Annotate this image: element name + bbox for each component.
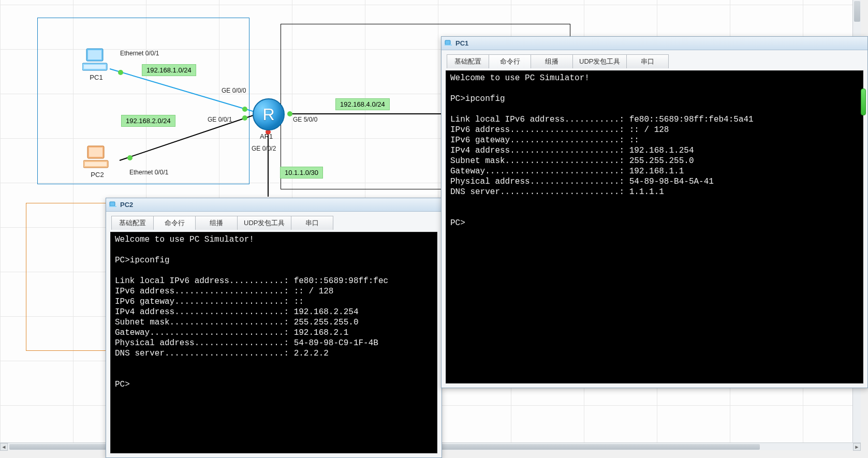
svg-rect-13	[84, 65, 106, 69]
tabbar-pc1: 基础配置 命令行 组播 UDP发包工具 串口	[442, 50, 867, 68]
tab-serial[interactable]: 串口	[291, 216, 333, 230]
title-text-pc1: PC1	[455, 39, 468, 47]
device-router-ar1[interactable]	[253, 98, 285, 130]
svg-rect-21	[445, 45, 452, 46]
tab-mcast[interactable]: 组播	[531, 54, 573, 68]
titlebar-pc2[interactable]: PC2	[106, 198, 442, 212]
pc-icon	[82, 48, 110, 72]
subnet-badge-2: 192.168.2.0/24	[121, 115, 175, 127]
port-label-ge500: GE 5/0/0	[293, 116, 317, 123]
svg-rect-18	[110, 202, 115, 206]
subnet-badge-p2p: 10.1.1.0/30	[280, 167, 323, 179]
port-label-ge002: GE 0/0/2	[252, 145, 276, 152]
tab-udp[interactable]: UDP发包工具	[237, 216, 291, 230]
window-icon	[445, 39, 453, 48]
tabbar-pc2: 基础配置 命令行 组播 UDP发包工具 串口	[106, 212, 442, 230]
device-pc2-label: PC2	[82, 171, 113, 179]
tab-basic[interactable]: 基础配置	[111, 216, 154, 230]
svg-rect-11	[88, 50, 101, 60]
region-box-blue	[37, 18, 249, 184]
titlebar-pc1[interactable]: PC1	[442, 37, 867, 50]
port-label-pc1: Ethernet 0/0/1	[120, 50, 159, 57]
svg-rect-17	[85, 162, 107, 166]
device-router-label: AR1	[260, 132, 273, 140]
device-pc1[interactable]: PC1	[81, 48, 112, 81]
tab-serial[interactable]: 串口	[626, 54, 669, 68]
tab-mcast[interactable]: 组播	[195, 216, 238, 230]
region-box-orange	[26, 203, 107, 351]
tab-basic[interactable]: 基础配置	[447, 54, 489, 68]
window-pc1[interactable]: PC1 基础配置 命令行 组播 UDP发包工具 串口 Welcome to us…	[441, 36, 868, 388]
pc-icon	[83, 145, 111, 170]
tab-udp[interactable]: UDP发包工具	[572, 54, 627, 68]
device-pc1-label: PC1	[81, 73, 112, 81]
scale-handle[interactable]	[861, 88, 866, 115]
tab-cli[interactable]: 命令行	[153, 216, 196, 230]
scroll-left-arrow[interactable]: ◄	[0, 443, 8, 451]
terminal-pc1[interactable]: Welcome to use PC Simulator! PC>ipconfig…	[446, 70, 863, 383]
port-label-ge000: GE 0/0/0	[222, 87, 246, 94]
scroll-right-arrow[interactable]: ►	[853, 443, 861, 451]
window-pc2[interactable]: PC2 基础配置 命令行 组播 UDP发包工具 串口 Welcome to us…	[106, 198, 442, 458]
subnet-badge-1: 192.168.1.0/24	[142, 64, 196, 76]
svg-rect-20	[445, 40, 450, 45]
tab-cli[interactable]: 命令行	[489, 54, 531, 68]
svg-rect-15	[89, 147, 102, 157]
terminal-pc2[interactable]: Welcome to use PC Simulator! PC>ipconfig…	[110, 232, 437, 453]
title-text-pc2: PC2	[120, 201, 133, 209]
device-pc2[interactable]: PC2	[82, 145, 113, 179]
port-label-pc2: Ethernet 0/0/1	[129, 169, 168, 176]
subnet-badge-4: 192.168.4.0/24	[335, 98, 390, 110]
port-label-ge001: GE 0/0/1	[208, 116, 232, 123]
svg-rect-19	[109, 206, 116, 207]
window-icon	[109, 200, 117, 209]
